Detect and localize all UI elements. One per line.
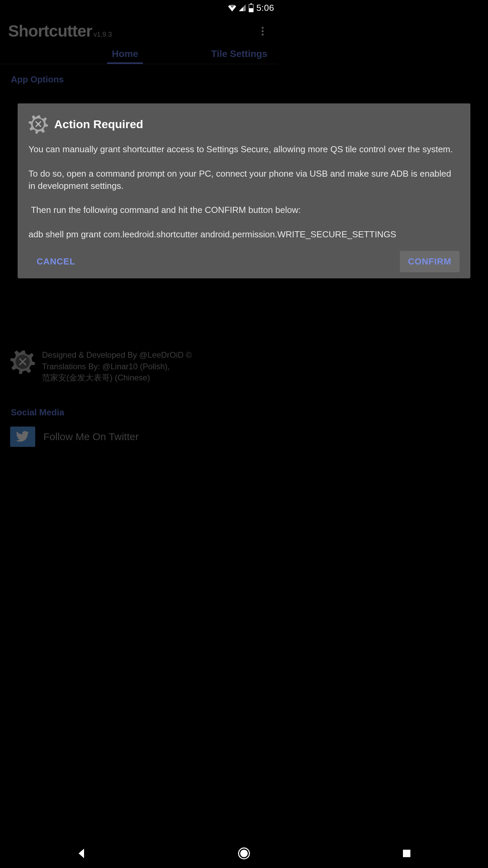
about-line: Translations By: @Linar10 (Polish), (42, 361, 192, 372)
svg-rect-1 (250, 3, 252, 5)
battery-icon: 45 (248, 3, 254, 12)
gear-icon (28, 114, 48, 134)
app-header: Shortcutter v1.9.3 (0, 16, 278, 44)
section-app-options: App Options (8, 74, 269, 85)
svg-point-5 (262, 30, 264, 32)
tab-tile-settings[interactable]: Tile Settings (201, 44, 278, 64)
app-version: v1.9.3 (94, 31, 112, 38)
dialog-body: You can manually grant shortcutter acces… (28, 143, 278, 241)
svg-point-6 (262, 34, 264, 36)
status-bar: 45 5:06 (0, 0, 278, 16)
app-title: Shortcutter (8, 22, 92, 40)
status-clock: 5:06 (256, 3, 274, 13)
overflow-menu-icon[interactable] (256, 24, 269, 38)
social-row-twitter[interactable]: Follow Me On Twitter (8, 427, 269, 447)
about-line: 范家安(金发大表哥) (Chinese) (42, 372, 192, 383)
cell-signal-icon (239, 4, 246, 12)
wifi-icon (228, 4, 237, 12)
svg-text:45: 45 (250, 5, 252, 8)
tab-bar: Home Tile Settings (0, 44, 278, 64)
section-social-media: Social Media (8, 407, 269, 418)
about-line: Designed & Developed By @LeeDrOiD © (42, 349, 192, 361)
about-block: Designed & Developed By @LeeDrOiD © Tran… (8, 349, 269, 383)
twitter-label: Follow Me On Twitter (43, 431, 139, 442)
tab-home[interactable]: Home (102, 44, 148, 64)
cancel-button[interactable]: CANCEL (28, 251, 83, 272)
svg-point-4 (262, 27, 264, 29)
dialog-title: Action Required (54, 118, 143, 131)
gear-icon (10, 349, 35, 374)
twitter-icon (10, 427, 35, 447)
dialog-action-required: Action Required You can manually grant s… (18, 103, 278, 278)
